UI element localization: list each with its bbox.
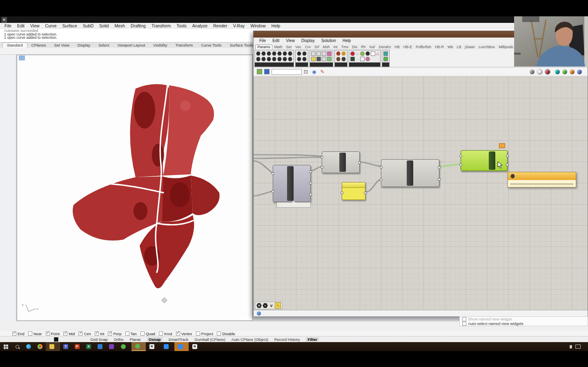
grasshopper-tab[interactable]: Srf bbox=[313, 45, 321, 49]
sketch-pen-icon[interactable]: ✎ bbox=[321, 69, 325, 75]
checkbox-icon[interactable] bbox=[125, 331, 129, 336]
node-name-strip[interactable] bbox=[287, 166, 294, 201]
output-port[interactable] bbox=[309, 182, 312, 185]
taskbar-grasshopper-day02[interactable] bbox=[131, 342, 146, 351]
start-button[interactable] bbox=[0, 342, 11, 351]
status-toggle[interactable]: SmartTrack bbox=[169, 337, 189, 342]
taskbar-screen-sharing[interactable] bbox=[160, 342, 174, 351]
taskbar-zoom-webinar[interactable] bbox=[174, 342, 189, 351]
grasshopper-tab[interactable]: HB-R bbox=[433, 45, 446, 49]
rhino-menu-item[interactable]: V-Ray bbox=[230, 23, 248, 28]
status-toggle[interactable]: Ortho bbox=[114, 337, 124, 342]
osnap-checkbox[interactable]: Knot bbox=[159, 331, 172, 336]
rhino-menu-item[interactable]: Tools bbox=[174, 23, 189, 28]
node-distance[interactable] bbox=[322, 151, 360, 173]
rhino-menu-item[interactable]: View bbox=[27, 23, 42, 28]
taskbar-grasshopper-urban[interactable] bbox=[117, 342, 131, 351]
grasshopper-menu-item[interactable]: Display bbox=[298, 38, 318, 43]
rhino-viewport[interactable]: y x bbox=[17, 55, 253, 321]
checkbox-icon[interactable] bbox=[46, 331, 50, 336]
palette-group-label[interactable] bbox=[296, 62, 308, 67]
input-port[interactable] bbox=[380, 166, 383, 169]
grasshopper-tab[interactable]: Pufferfish bbox=[414, 45, 433, 49]
osnap-checkbox[interactable]: Tan bbox=[125, 331, 137, 336]
grasshopper-tab[interactable]: Rh bbox=[359, 45, 368, 49]
vscode-icon[interactable] bbox=[94, 342, 106, 351]
rhino-menu-item[interactable]: Edit bbox=[14, 23, 27, 28]
output-port[interactable] bbox=[506, 154, 509, 157]
input-port[interactable] bbox=[321, 156, 323, 159]
palette-group-label[interactable] bbox=[335, 62, 347, 67]
grasshopper-tab[interactable]: Set bbox=[284, 45, 294, 49]
grasshopper-tab[interactable]: Crv bbox=[303, 45, 313, 49]
grasshopper-tab[interactable]: Tms bbox=[339, 45, 350, 49]
pan-icon[interactable]: + bbox=[263, 303, 268, 308]
output-port[interactable] bbox=[309, 193, 312, 196]
grasshopper-menu-item[interactable]: Edit bbox=[269, 38, 283, 43]
screen-share-icon[interactable] bbox=[575, 345, 581, 349]
edge-icon[interactable] bbox=[23, 342, 34, 351]
grasshopper-tab[interactable]: HB-E bbox=[401, 45, 414, 49]
search-icon[interactable] bbox=[11, 342, 23, 351]
preview-eye-icon[interactable]: ◉ bbox=[312, 69, 316, 75]
grasshopper-tab[interactable]: Dis bbox=[350, 45, 359, 49]
rhino-menu-item[interactable]: Drafting bbox=[128, 23, 149, 28]
node-name-strip[interactable] bbox=[489, 151, 495, 170]
grasshopper-tab[interactable]: Wb bbox=[446, 45, 455, 49]
checkbox-icon[interactable] bbox=[63, 331, 67, 336]
status-toggle[interactable]: Gumball (CPlane) bbox=[194, 337, 225, 342]
input-port[interactable] bbox=[272, 190, 274, 193]
rhino-menu-item[interactable]: Transform bbox=[149, 23, 174, 28]
checkbox-icon[interactable] bbox=[159, 331, 163, 336]
input-port[interactable] bbox=[380, 178, 383, 181]
grasshopper-tab[interactable]: jSwan bbox=[463, 45, 477, 49]
osnap-checkbox[interactable]: Vertex bbox=[176, 331, 192, 336]
display-mode-wire-icon[interactable] bbox=[537, 69, 543, 75]
osnap-checkbox[interactable]: Mid bbox=[63, 331, 75, 336]
grasshopper-menu-item[interactable]: Help bbox=[339, 38, 354, 43]
grasshopper-tab[interactable]: Ka² bbox=[368, 45, 377, 49]
rhino-menu-item[interactable]: Help bbox=[269, 23, 283, 28]
rhino-menu-item[interactable]: Mesh bbox=[111, 23, 128, 28]
grasshopper-tab[interactable]: Params bbox=[255, 44, 272, 49]
status-toggle[interactable]: Auto CPlane (Object) bbox=[232, 337, 268, 342]
palette-group-label[interactable] bbox=[255, 62, 294, 67]
checkbox-icon[interactable] bbox=[28, 331, 32, 336]
display-mode-red-icon[interactable] bbox=[545, 69, 550, 74]
node-name-strip[interactable] bbox=[407, 160, 413, 186]
sketch-icon[interactable]: ∿ bbox=[275, 302, 281, 309]
microphone-icon[interactable] bbox=[570, 345, 572, 349]
checkbox-icon[interactable] bbox=[217, 331, 221, 336]
teams-icon[interactable]: T bbox=[60, 342, 71, 351]
output-port[interactable] bbox=[506, 163, 509, 166]
v-widget-icon[interactable]: V bbox=[269, 303, 274, 308]
output-port[interactable] bbox=[364, 191, 367, 194]
viewport-title-tab[interactable] bbox=[19, 56, 25, 60]
output-port[interactable] bbox=[438, 178, 441, 181]
checkbox-icon[interactable] bbox=[176, 331, 180, 336]
layer-color-swatch[interactable] bbox=[54, 337, 58, 342]
grasshopper-tab[interactable]: Math bbox=[272, 45, 284, 49]
output-port[interactable] bbox=[358, 161, 361, 164]
display-mode-gray-icon[interactable] bbox=[530, 69, 535, 74]
powerpoint-icon[interactable]: P bbox=[71, 342, 83, 351]
status-toggle[interactable]: Osnap bbox=[147, 337, 163, 342]
rhino-toolbar-tab[interactable]: Set View bbox=[50, 43, 73, 48]
checkbox-icon[interactable] bbox=[12, 331, 16, 336]
display-mode-teal-icon[interactable] bbox=[555, 69, 560, 74]
osnap-checkbox[interactable]: Point bbox=[46, 331, 60, 336]
grasshopper-tab[interactable]: HB bbox=[393, 45, 402, 49]
status-toggle[interactable]: Grid Snap bbox=[90, 337, 108, 342]
input-port[interactable] bbox=[321, 166, 323, 169]
rhino-toolbar-tab[interactable]: Viewport Layout bbox=[113, 43, 149, 48]
osnap-checkbox[interactable]: Near bbox=[28, 331, 42, 336]
taskbar-rhino-7[interactable]: R bbox=[146, 342, 160, 351]
grasshopper-tab[interactable]: LunchBox bbox=[477, 45, 497, 49]
node-name-strip[interactable] bbox=[339, 153, 346, 172]
node-smaller-than[interactable] bbox=[381, 159, 439, 187]
checkbox-icon[interactable] bbox=[196, 331, 200, 336]
rhino-menu-item[interactable]: Render bbox=[210, 23, 230, 28]
rhino-toolbar-tab[interactable]: Select bbox=[94, 43, 113, 48]
checkbox-icon[interactable] bbox=[140, 331, 145, 336]
grasshopper-tab[interactable]: Int bbox=[332, 45, 339, 49]
